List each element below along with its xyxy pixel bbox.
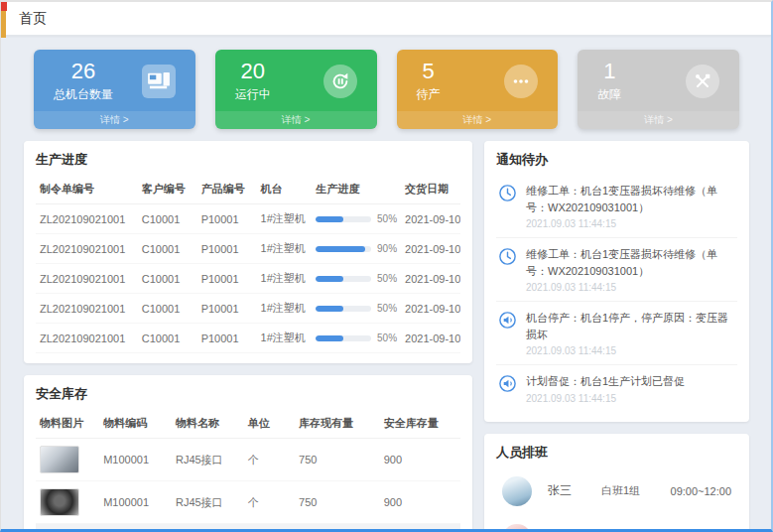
card-info: 26 总机台数量	[54, 60, 113, 103]
table-row[interactable]: M100001 RJ45接口 个 750 900	[36, 481, 460, 524]
progress-bar	[316, 216, 371, 222]
panels-grid: 生产进度 制令单编号 客户编号 产品编号 机台 生	[24, 141, 749, 532]
product-no: P10001	[197, 204, 257, 234]
stat-label: 运行中	[235, 86, 271, 103]
inventory-table: 物料图片 物料编码 物料名称 单位 库存现有量 安全库存量 M	[36, 409, 460, 532]
table-row[interactable]: ZL202109021001 C10001 P10001 1#注塑机 90%	[36, 234, 460, 264]
shift-label: 白班1组	[601, 483, 671, 498]
delivery-date: 2021-09-10	[401, 234, 460, 264]
progress-label: 50%	[377, 213, 397, 224]
notification-item[interactable]: 维修工单：机台1变压器损坏待维修（单号：WX202109031001） 2021…	[496, 175, 737, 238]
panel-title: 通知待办	[496, 151, 737, 169]
panel-title: 人员排班	[496, 444, 737, 462]
table-row[interactable]: ZL202109021001 C10001 P10001 1#注塑机 50%	[36, 294, 460, 324]
notification-body: 机台停产：机台1停产，停产原因：变压器损坏 2021.09.03 11:44:1…	[526, 310, 735, 356]
material-code: M100001	[99, 481, 172, 524]
stat-value: 26	[54, 60, 113, 83]
schedule-row[interactable]: 李四 白班2组 12:00~16:00	[496, 515, 737, 532]
material-name: RJ45接口	[172, 439, 244, 481]
clock-icon	[498, 184, 518, 203]
delivery-date: 2021-09-10	[401, 294, 460, 324]
detail-link[interactable]: 详情 >	[397, 111, 559, 129]
column-header: 物料名称	[172, 409, 244, 439]
material-unit: 个	[244, 524, 295, 532]
machine-name: 1#注塑机	[257, 204, 313, 234]
avatar	[502, 476, 532, 506]
delivery-date: 2021-09-10	[401, 264, 460, 294]
notification-text: 机台停产：机台1停产，停产原因：变压器损坏	[526, 310, 735, 342]
speaker-icon	[498, 311, 518, 331]
material-image-rj45	[40, 446, 79, 473]
customer-no: C10001	[138, 234, 197, 264]
progress-cell: 50%	[312, 324, 401, 353]
dashboard-content: 26 总机台数量 详情 >	[1, 36, 771, 532]
notification-item[interactable]: 计划督促：机台1生产计划已督促 2021.09.03 11:44:15	[496, 365, 737, 412]
notifications-panel: 通知待办 维修工单：机台1变压器损坏待维修（单号：WX202109031001）…	[484, 141, 749, 422]
card-main: 5 待产	[407, 60, 549, 103]
stat-card-pending[interactable]: 5 待产 详情 >	[397, 50, 559, 129]
order-no: ZL202109021001	[36, 294, 138, 324]
right-column: 通知待办 维修工单：机台1变压器损坏待维修（单号：WX202109031001）…	[484, 141, 749, 532]
table-row[interactable]: ZL202109021001 C10001 P10001 1#注塑机 50%	[36, 204, 460, 234]
ellipsis-icon	[504, 65, 538, 98]
detail-link[interactable]: 详情 >	[34, 111, 195, 129]
machine-icon	[142, 65, 176, 98]
progress-bar	[316, 246, 371, 252]
table-header-row: 物料图片 物料编码 物料名称 单位 库存现有量 安全库存量	[36, 409, 460, 439]
notification-item[interactable]: 维修工单：机台1变压器损坏待维修（单号：WX202109031001） 2021…	[496, 238, 737, 302]
stat-value: 5	[417, 60, 441, 83]
stat-label: 待产	[417, 86, 441, 103]
panel-title: 生产进度	[36, 151, 460, 169]
material-unit: 个	[244, 481, 295, 524]
material-image-connector	[40, 488, 79, 516]
stat-card-fault[interactable]: 1 故障 详情 >	[578, 50, 739, 129]
machine-name: 1#注塑机	[257, 234, 313, 264]
notification-body: 计划督促：机台1生产计划已督促 2021.09.03 11:44:15	[526, 373, 685, 404]
clock-icon	[498, 247, 518, 267]
top-bar: 首页	[1, 2, 771, 36]
stat-card-running[interactable]: 20 运行中 详情 >	[215, 50, 377, 129]
notification-time: 2021.09.03 11:44:15	[526, 393, 685, 404]
running-icon	[323, 65, 357, 98]
order-no: ZL202109021001	[36, 234, 138, 264]
detail-link[interactable]: 详情 >	[215, 111, 377, 129]
table-row[interactable]: M100001 RJ45接口 个 750 900	[36, 524, 460, 532]
notification-body: 维修工单：机台1变压器损坏待维修（单号：WX202109031001） 2021…	[526, 183, 735, 229]
notification-item[interactable]: 机台停产：机台1停产，停产原因：变压器损坏 2021.09.03 11:44:1…	[496, 302, 737, 365]
stock-quantity: 750	[295, 481, 380, 524]
table-row[interactable]: M100001 RJ45接口 个 750 900	[36, 439, 460, 481]
dashboard-window: 首页 26 总机台数量	[0, 0, 773, 532]
stock-quantity: 750	[295, 524, 380, 532]
card-info: 1 故障	[597, 60, 621, 103]
notification-text: 计划督促：机台1生产计划已督促	[526, 373, 685, 390]
speaker-icon	[498, 374, 518, 394]
machine-name: 1#注塑机	[257, 294, 313, 324]
detail-link[interactable]: 详情 >	[578, 111, 739, 129]
material-code: M100001	[99, 439, 172, 481]
column-header: 生产进度	[312, 175, 401, 204]
progress-cell: 50%	[312, 204, 401, 234]
progress-bar	[316, 276, 371, 282]
material-name: RJ45接口	[172, 524, 244, 532]
card-main: 1 故障	[587, 60, 729, 103]
card-main: 26 总机台数量	[44, 60, 186, 103]
table-row[interactable]: ZL202109021001 C10001 P10001 1#注塑机 50%	[36, 264, 460, 294]
notification-text: 维修工单：机台1变压器损坏待维修（单号：WX202109031001）	[526, 183, 735, 215]
progress-bar	[316, 335, 371, 341]
order-no: ZL202109021001	[36, 204, 138, 234]
safety-stock-panel: 安全库存 物料图片 物料编码 物料名称 单位 库存	[24, 375, 472, 532]
order-no: ZL202109021001	[36, 264, 138, 294]
material-name: RJ45接口	[172, 481, 244, 524]
customer-no: C10001	[138, 264, 197, 294]
stat-value: 20	[235, 60, 271, 83]
avatar	[502, 524, 532, 532]
order-no: ZL202109021001	[36, 324, 138, 353]
stat-cards-row: 26 总机台数量 详情 >	[24, 36, 749, 131]
stat-label: 故障	[597, 86, 621, 103]
material-unit: 个	[244, 439, 295, 481]
schedule-row[interactable]: 张三 白班1组 09:00~12:00	[496, 467, 737, 515]
window-edge-red	[1, 2, 7, 11]
personnel-schedule-panel: 人员排班 张三 白班1组 09:00~12:00 李四 白班2组 12:00~1…	[484, 434, 749, 532]
table-row[interactable]: ZL202109021001 C10001 P10001 1#注塑机 50%	[36, 324, 460, 353]
stat-card-total-machines[interactable]: 26 总机台数量 详情 >	[34, 50, 195, 129]
